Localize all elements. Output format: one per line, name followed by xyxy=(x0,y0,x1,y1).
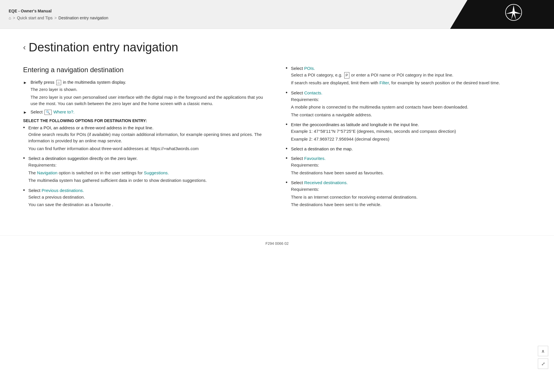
bullet-3-select-label: Select xyxy=(28,188,42,193)
where-to-link[interactable]: Where to?. xyxy=(53,109,74,114)
contacts-requirements-label: Requirements: xyxy=(291,96,531,103)
select-options-header: SELECT THE FOLLOWING OPTIONS FOR DESTINA… xyxy=(23,118,268,123)
bullet-item-previous-destinations: • Select Previous destinations. Select a… xyxy=(23,188,268,208)
received-req-1: There is an Internet connection for rece… xyxy=(291,194,531,201)
breadcrumb-quick-start-link[interactable]: Quick start and Tips xyxy=(17,16,53,20)
geocoordinates-example-1: Example 1: 47°58'11"N 7°57'25"E (degrees… xyxy=(291,128,531,135)
arrow-marker-2: ► xyxy=(23,110,27,115)
bullet-3-detail-2: You can save the destination as a favour… xyxy=(28,201,268,208)
bullet-marker-contacts: • xyxy=(286,90,287,96)
bullet-2-main: Select a destination suggestion directly… xyxy=(28,156,138,161)
back-arrow-icon[interactable]: ‹ xyxy=(23,43,26,52)
previous-destinations-link[interactable]: Previous destinations. xyxy=(42,188,84,193)
two-column-layout: Entering a navigation destination ► Brie… xyxy=(23,66,531,212)
bullet-item-destination-suggestion: • Select a destination suggestion direct… xyxy=(23,156,268,184)
bullet-marker-favourites: • xyxy=(286,155,287,161)
right-column: • Select POIs. Select a POI category, e.… xyxy=(286,66,531,212)
breadcrumb-current: Destination entry navigation xyxy=(59,16,108,20)
bullet-item-poi-address: • Enter a POI, an address or a three-wor… xyxy=(23,125,268,152)
bullet-marker-pois: • xyxy=(286,65,287,71)
received-destinations-link[interactable]: Received destinations. xyxy=(304,180,348,185)
map-main: Select a destination on the map. xyxy=(291,146,353,151)
poi-p-icon: P xyxy=(344,72,349,79)
bullet-content-contacts: Select Contacts. Requirements: A mobile … xyxy=(291,90,531,118)
bullet-content-received: Select Received destinations. Requiremen… xyxy=(291,180,531,208)
contacts-select-label: Select xyxy=(291,90,304,95)
scroll-up-button[interactable]: ∧ xyxy=(538,346,548,356)
arrow-item-2-select-label: Select xyxy=(31,109,44,114)
geocoordinates-main: Enter the geocoordinates as latitude and… xyxy=(291,122,419,127)
received-req-2: The destinations have been sent to the v… xyxy=(291,201,531,208)
right-bullet-list: • Select POIs. Select a POI category, e.… xyxy=(286,66,531,208)
received-select-label: Select xyxy=(291,180,304,185)
bullet-item-pois: • Select POIs. Select a POI category, e.… xyxy=(286,66,531,86)
bullet-marker-3: • xyxy=(23,187,25,193)
arrow-list: ► Briefly press ⌂ in the multimedia syst… xyxy=(23,80,268,115)
favourites-requirements-label: Requirements: xyxy=(291,162,531,169)
contacts-req-2: The contact contains a navigable address… xyxy=(291,112,531,118)
pois-link[interactable]: POIs. xyxy=(304,66,315,71)
arrow-item-1-content: Briefly press ⌂ in the multimedia system… xyxy=(31,80,268,107)
contacts-req-1: A mobile phone is connected to the multi… xyxy=(291,104,531,111)
page-title-row: ‹ Destination entry navigation xyxy=(23,40,531,54)
bullet-1-detail-2: You can find further information about t… xyxy=(28,145,268,152)
favourites-req-1: The destinations have been saved as favo… xyxy=(291,170,531,176)
bullet-2-requirements-label: Requirements: xyxy=(28,162,268,169)
arrow-item-1-suffix: in the multimedia system display. xyxy=(63,80,126,85)
received-requirements-label: Requirements: xyxy=(291,186,531,193)
bullet-item-received-destinations: • Select Received destinations. Requirem… xyxy=(286,180,531,208)
bullet-content-pois: Select POIs. Select a POI category, e.g.… xyxy=(291,66,531,86)
manual-title: EQE - Owner's Manual xyxy=(9,9,108,13)
header-left: EQE - Owner's Manual ⌂ > Quick start and… xyxy=(9,9,108,20)
bullet-1-detail-1: Online search results for POIs (if avail… xyxy=(28,131,268,144)
page-footer: F294 0066 02 xyxy=(0,235,554,251)
bullet-content-1: Enter a POI, an address or a three-word … xyxy=(28,125,268,152)
zero-layer-shown-text: The zero layer is shown. xyxy=(31,86,268,93)
bullet-item-map: • Select a destination on the map. xyxy=(286,146,531,152)
left-bullet-list: • Enter a POI, an address or a three-wor… xyxy=(23,125,268,208)
bullet-content-3: Select Previous destinations. Select a p… xyxy=(28,188,268,208)
scroll-buttons: ∧ ⤢ xyxy=(538,346,548,369)
bullet-item-geocoordinates: • Enter the geocoordinates as latitude a… xyxy=(286,122,531,142)
navigation-link[interactable]: Navigation xyxy=(37,170,57,175)
pois-detail-2: If search results are displayed, limit t… xyxy=(291,80,531,86)
section-title: Entering a navigation destination xyxy=(23,66,268,74)
contacts-link[interactable]: Contacts. xyxy=(304,90,322,95)
bullet-content-2: Select a destination suggestion directly… xyxy=(28,156,268,184)
bullet-2-req-2: The multimedia system has gathered suffi… xyxy=(28,177,268,184)
bullet-1-main: Enter a POI, an address or a three-word … xyxy=(28,125,154,130)
filter-link[interactable]: Filter xyxy=(379,80,389,85)
arrow-item-1-prefix: Briefly press xyxy=(31,80,56,85)
arrow-marker-1: ► xyxy=(23,80,27,85)
bullet-content-map: Select a destination on the map. xyxy=(291,146,531,151)
home-icon-box: ⌂ xyxy=(56,80,61,85)
breadcrumb-sep2: > xyxy=(54,16,57,20)
arrow-item-2: ► Select 🔍 Where to?. xyxy=(23,109,268,115)
bullet-3-detail-1: Select a previous destination. xyxy=(28,194,268,201)
page-content: ‹ Destination entry navigation Entering … xyxy=(0,29,554,235)
arrow-item-1: ► Briefly press ⌂ in the multimedia syst… xyxy=(23,80,268,107)
bullet-marker-1: • xyxy=(23,125,25,131)
search-icon-box: 🔍 xyxy=(44,110,52,115)
breadcrumb-home-icon[interactable]: ⌂ xyxy=(9,16,11,20)
geocoordinates-example-2: Example 2: 47.969722 7.956944 (decimal d… xyxy=(291,136,531,143)
svg-marker-1 xyxy=(506,5,521,20)
logo-area xyxy=(450,0,554,29)
mercedes-star-icon xyxy=(505,4,522,25)
favourites-link[interactable]: Favourites. xyxy=(304,156,325,161)
pois-select-label: Select xyxy=(291,66,304,71)
bullet-marker-received: • xyxy=(286,180,287,186)
bullet-marker-map: • xyxy=(286,146,287,152)
bullet-content-geocoordinates: Enter the geocoordinates as latitude and… xyxy=(291,122,531,142)
footer-code: F294 0066 02 xyxy=(265,241,289,246)
breadcrumb-sep1: > xyxy=(13,16,15,20)
page-header: EQE - Owner's Manual ⌂ > Quick start and… xyxy=(0,0,554,29)
favourites-select-label: Select xyxy=(291,156,304,161)
zero-layer-desc-text: The zero layer is your own personalised … xyxy=(31,94,268,107)
bullet-item-favourites: • Select Favourites. Requirements: The d… xyxy=(286,156,531,176)
bullet-marker-geocoordinates: • xyxy=(286,122,287,128)
bullet-content-favourites: Select Favourites. Requirements: The des… xyxy=(291,156,531,176)
expand-button[interactable]: ⤢ xyxy=(538,359,548,369)
suggestions-link[interactable]: Suggestions. xyxy=(144,170,169,175)
pois-detail-1: Select a POI category, e.g. P or enter a… xyxy=(291,72,531,79)
